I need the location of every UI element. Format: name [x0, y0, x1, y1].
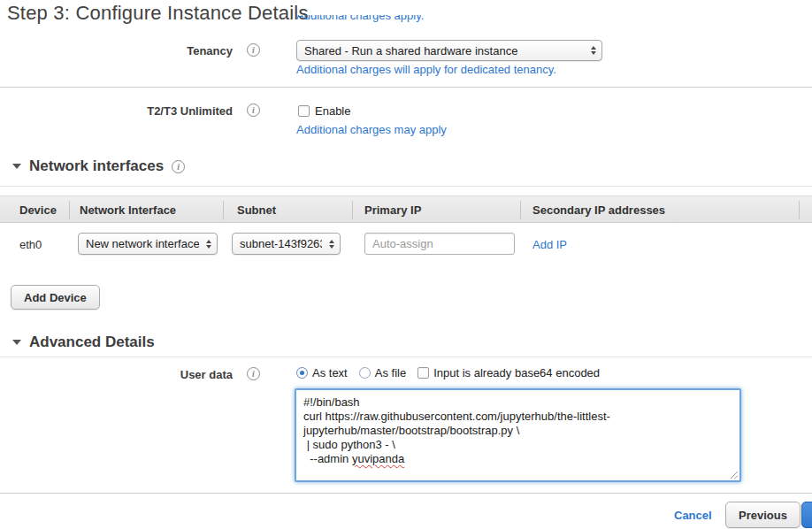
collapse-triangle-icon	[12, 164, 21, 169]
col-header-device: Device	[19, 203, 57, 217]
subnet-select[interactable]: subnet-143f9263	[232, 233, 341, 255]
clipped-row: Additional charges apply.	[296, 15, 424, 27]
user-data-line: --admin yuvipanda	[303, 452, 732, 466]
as-file-label: As file	[375, 366, 406, 380]
cancel-link[interactable]: Cancel	[674, 509, 712, 522]
t2t3-enable-label: Enable	[315, 104, 350, 118]
user-data-info-icon[interactable]: i	[247, 367, 260, 380]
user-data-label: User data	[0, 368, 233, 381]
additional-charges-link-clipped[interactable]: Additional charges apply.	[296, 15, 424, 22]
subnet-select-value: subnet-143f9263	[240, 237, 322, 250]
page-title: Step 3: Configure Instance Details	[7, 2, 309, 25]
add-device-button[interactable]: Add Device	[11, 285, 100, 310]
base64-checkbox[interactable]	[417, 367, 429, 379]
network-interface-select[interactable]: New network interface	[78, 233, 218, 255]
configure-instance-page: Step 3: Configure Instance Details Addit…	[0, 0, 812, 529]
advanced-details-section-header[interactable]: Advanced Details	[12, 334, 155, 351]
column-divider	[352, 201, 353, 219]
primary-ip-field-wrap	[364, 233, 515, 255]
user-data-options: As text As file Input is already base64 …	[296, 366, 600, 380]
user-data-textarea[interactable]: #!/bin/bash curl https://raw.githubuserc…	[295, 388, 741, 482]
col-header-secondary-ip: Secondary IP addresses	[532, 203, 665, 217]
column-divider	[520, 201, 521, 219]
divider	[0, 186, 812, 187]
col-header-network-interface: Network Interface	[80, 203, 176, 217]
next-button[interactable]	[801, 502, 812, 528]
resize-handle[interactable]	[730, 471, 739, 479]
network-interfaces-title: Network interfaces	[29, 157, 164, 175]
device-name: eth0	[19, 238, 42, 251]
column-divider	[799, 201, 800, 219]
t2t3-label: T2/T3 Unlimited	[0, 104, 233, 118]
tenancy-label: Tenancy	[0, 44, 233, 58]
t2t3-info-icon[interactable]: i	[247, 104, 260, 117]
as-text-label: As text	[312, 366, 348, 380]
select-arrows-icon	[591, 46, 596, 55]
advanced-details-title: Advanced Details	[29, 334, 155, 351]
network-interface-select-value: New network interface	[86, 237, 199, 250]
network-interfaces-info-icon[interactable]: i	[172, 160, 185, 173]
previous-button[interactable]: Previous	[725, 502, 801, 528]
as-file-radio[interactable]	[359, 367, 371, 379]
col-header-primary-ip: Primary IP	[364, 203, 421, 217]
t2t3-enable-checkbox[interactable]	[298, 105, 310, 117]
select-arrows-icon	[329, 240, 334, 249]
column-divider	[69, 201, 70, 219]
tenancy-charges-link[interactable]: Additional charges will apply for dedica…	[296, 63, 556, 76]
tenancy-info-icon[interactable]: i	[247, 43, 260, 57]
user-data-line: curl https://raw.githubusercontent.com/j…	[303, 410, 732, 424]
user-data-line: jupyterhub/master/bootstrap/bootstrap.py…	[303, 424, 732, 438]
user-data-line: | sudo python3 - \	[303, 438, 732, 452]
tenancy-select-value: Shared - Run a shared hardware instance	[304, 44, 517, 58]
collapse-triangle-icon	[12, 340, 21, 345]
primary-ip-input[interactable]	[372, 237, 507, 250]
misspelled-word: yuvipanda	[352, 452, 404, 465]
add-ip-link[interactable]: Add IP	[532, 238, 567, 251]
col-header-subnet: Subnet	[237, 203, 276, 217]
divider	[0, 493, 812, 494]
divider	[0, 87, 812, 88]
divider	[0, 356, 812, 357]
select-arrows-icon	[206, 240, 211, 249]
column-divider	[223, 201, 224, 219]
t2t3-charges-link[interactable]: Additional charges may apply	[296, 123, 447, 136]
tenancy-select[interactable]: Shared - Run a shared hardware instance	[296, 40, 602, 61]
base64-label: Input is already base64 encoded	[433, 366, 600, 380]
network-interfaces-section-header[interactable]: Network interfaces i	[12, 157, 185, 175]
network-table-header: Device Network Interface Subnet Primary …	[0, 196, 812, 223]
user-data-line: #!/bin/bash	[303, 395, 732, 410]
as-text-radio[interactable]	[296, 367, 308, 379]
